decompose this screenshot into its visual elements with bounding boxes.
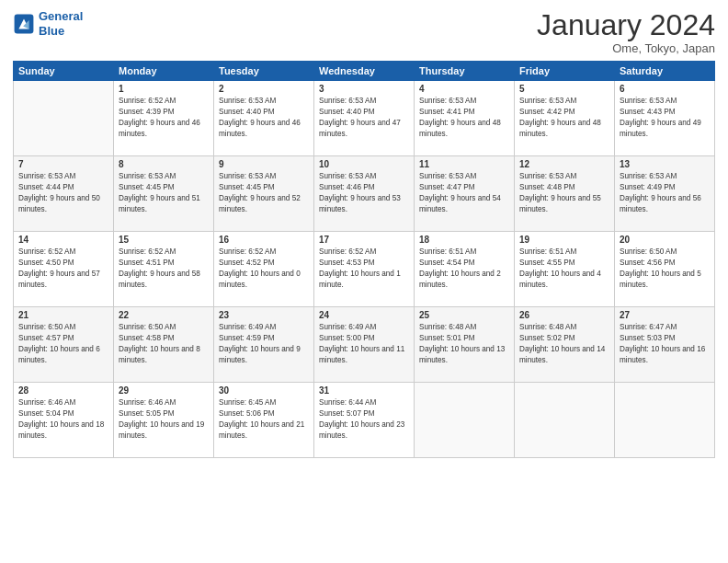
calendar-week-1: 1Sunrise: 6:52 AM Sunset: 4:39 PM Daylig… [14,81,715,156]
day-info: Sunrise: 6:49 AM Sunset: 4:59 PM Dayligh… [219,322,309,366]
day-info: Sunrise: 6:44 AM Sunset: 5:07 PM Dayligh… [319,397,409,442]
day-number: 13 [620,159,710,169]
day-info: Sunrise: 6:53 AM Sunset: 4:45 PM Dayligh… [219,171,309,215]
col-saturday: Saturday [615,62,715,81]
day-info: Sunrise: 6:53 AM Sunset: 4:49 PM Dayligh… [620,171,710,215]
calendar-cell: 9Sunrise: 6:53 AM Sunset: 4:45 PM Daylig… [214,156,314,232]
col-tuesday: Tuesday [214,62,314,81]
col-sunday: Sunday [14,62,114,81]
logo-line1: General [39,9,83,23]
day-number: 25 [419,310,509,320]
calendar-cell [415,383,515,458]
logo: General Blue [13,9,83,38]
day-number: 14 [18,235,108,245]
day-info: Sunrise: 6:48 AM Sunset: 5:01 PM Dayligh… [419,322,509,366]
day-info: Sunrise: 6:52 AM Sunset: 4:52 PM Dayligh… [219,247,309,291]
calendar-cell: 20Sunrise: 6:50 AM Sunset: 4:56 PM Dayli… [615,232,715,307]
day-number: 16 [219,235,309,245]
calendar-cell: 17Sunrise: 6:52 AM Sunset: 4:53 PM Dayli… [314,232,415,307]
day-info: Sunrise: 6:53 AM Sunset: 4:43 PM Dayligh… [620,96,710,140]
day-number: 3 [319,84,409,94]
day-info: Sunrise: 6:53 AM Sunset: 4:45 PM Dayligh… [119,171,209,215]
calendar-cell: 7Sunrise: 6:53 AM Sunset: 4:44 PM Daylig… [14,156,114,232]
day-number: 1 [119,84,209,94]
day-info: Sunrise: 6:53 AM Sunset: 4:40 PM Dayligh… [319,96,409,140]
day-info: Sunrise: 6:53 AM Sunset: 4:40 PM Dayligh… [219,96,309,140]
calendar-cell: 30Sunrise: 6:45 AM Sunset: 5:06 PM Dayli… [214,383,314,458]
day-info: Sunrise: 6:53 AM Sunset: 4:46 PM Dayligh… [319,171,409,215]
logo-text: General Blue [39,9,83,38]
calendar-cell: 4Sunrise: 6:53 AM Sunset: 4:41 PM Daylig… [415,81,515,156]
logo-icon [13,13,35,35]
day-info: Sunrise: 6:49 AM Sunset: 5:00 PM Dayligh… [319,322,409,366]
day-info: Sunrise: 6:50 AM Sunset: 4:56 PM Dayligh… [620,247,710,291]
day-number: 19 [519,235,609,245]
day-number: 31 [319,385,409,396]
calendar-cell: 18Sunrise: 6:51 AM Sunset: 4:54 PM Dayli… [415,232,515,307]
day-number: 15 [119,235,209,245]
day-info: Sunrise: 6:52 AM Sunset: 4:53 PM Dayligh… [319,247,409,291]
day-number: 28 [18,385,108,396]
calendar-cell [14,81,114,156]
calendar-cell: 1Sunrise: 6:52 AM Sunset: 4:39 PM Daylig… [114,81,214,156]
day-number: 22 [119,310,209,320]
day-number: 20 [620,235,710,245]
col-wednesday: Wednesday [314,62,415,81]
calendar-cell: 19Sunrise: 6:51 AM Sunset: 4:55 PM Dayli… [515,232,615,307]
calendar-cell: 21Sunrise: 6:50 AM Sunset: 4:57 PM Dayli… [14,307,114,383]
calendar-week-4: 21Sunrise: 6:50 AM Sunset: 4:57 PM Dayli… [14,307,715,383]
day-number: 2 [219,84,309,94]
day-number: 27 [620,310,710,320]
day-number: 9 [219,159,309,169]
day-number: 17 [319,235,409,245]
calendar-cell: 16Sunrise: 6:52 AM Sunset: 4:52 PM Dayli… [214,232,314,307]
col-friday: Friday [515,62,615,81]
day-info: Sunrise: 6:51 AM Sunset: 4:55 PM Dayligh… [519,247,609,291]
day-number: 30 [219,385,309,396]
day-info: Sunrise: 6:53 AM Sunset: 4:48 PM Dayligh… [519,171,609,215]
day-info: Sunrise: 6:48 AM Sunset: 5:02 PM Dayligh… [519,322,609,366]
calendar-cell: 12Sunrise: 6:53 AM Sunset: 4:48 PM Dayli… [515,156,615,232]
day-number: 7 [18,159,108,169]
day-info: Sunrise: 6:52 AM Sunset: 4:39 PM Dayligh… [119,96,209,140]
day-number: 4 [419,84,509,94]
day-number: 12 [519,159,609,169]
col-monday: Monday [114,62,214,81]
day-info: Sunrise: 6:53 AM Sunset: 4:47 PM Dayligh… [419,171,509,215]
day-number: 29 [119,385,209,396]
calendar-cell: 15Sunrise: 6:52 AM Sunset: 4:51 PM Dayli… [114,232,214,307]
calendar-cell: 25Sunrise: 6:48 AM Sunset: 5:01 PM Dayli… [415,307,515,383]
calendar-cell: 29Sunrise: 6:46 AM Sunset: 5:05 PM Dayli… [114,383,214,458]
calendar-cell: 23Sunrise: 6:49 AM Sunset: 4:59 PM Dayli… [214,307,314,383]
calendar-cell: 10Sunrise: 6:53 AM Sunset: 4:46 PM Dayli… [314,156,415,232]
day-info: Sunrise: 6:50 AM Sunset: 4:58 PM Dayligh… [119,322,209,366]
day-info: Sunrise: 6:47 AM Sunset: 5:03 PM Dayligh… [620,322,710,366]
day-info: Sunrise: 6:52 AM Sunset: 4:51 PM Dayligh… [119,247,209,291]
day-info: Sunrise: 6:53 AM Sunset: 4:44 PM Dayligh… [18,171,108,215]
day-info: Sunrise: 6:53 AM Sunset: 4:42 PM Dayligh… [519,96,609,140]
calendar-cell: 5Sunrise: 6:53 AM Sunset: 4:42 PM Daylig… [515,81,615,156]
title-area: January 2024 Ome, Tokyo, Japan [537,9,715,55]
day-info: Sunrise: 6:53 AM Sunset: 4:41 PM Dayligh… [419,96,509,140]
day-number: 23 [219,310,309,320]
day-number: 21 [18,310,108,320]
calendar-cell: 3Sunrise: 6:53 AM Sunset: 4:40 PM Daylig… [314,81,415,156]
calendar-cell: 2Sunrise: 6:53 AM Sunset: 4:40 PM Daylig… [214,81,314,156]
location: Ome, Tokyo, Japan [537,41,715,55]
calendar-week-2: 7Sunrise: 6:53 AM Sunset: 4:44 PM Daylig… [14,156,715,232]
day-number: 5 [519,84,609,94]
calendar-cell: 11Sunrise: 6:53 AM Sunset: 4:47 PM Dayli… [415,156,515,232]
day-info: Sunrise: 6:46 AM Sunset: 5:05 PM Dayligh… [119,397,209,442]
calendar-table: Sunday Monday Tuesday Wednesday Thursday… [13,61,715,458]
day-number: 24 [319,310,409,320]
day-number: 10 [319,159,409,169]
calendar-cell: 26Sunrise: 6:48 AM Sunset: 5:02 PM Dayli… [515,307,615,383]
calendar-page: General Blue January 2024 Ome, Tokyo, Ja… [0,0,728,563]
day-number: 11 [419,159,509,169]
day-info: Sunrise: 6:51 AM Sunset: 4:54 PM Dayligh… [419,247,509,291]
calendar-week-3: 14Sunrise: 6:52 AM Sunset: 4:50 PM Dayli… [14,232,715,307]
calendar-cell [515,383,615,458]
header: General Blue January 2024 Ome, Tokyo, Ja… [13,9,715,55]
calendar-cell: 14Sunrise: 6:52 AM Sunset: 4:50 PM Dayli… [14,232,114,307]
logo-line2: Blue [39,24,64,38]
